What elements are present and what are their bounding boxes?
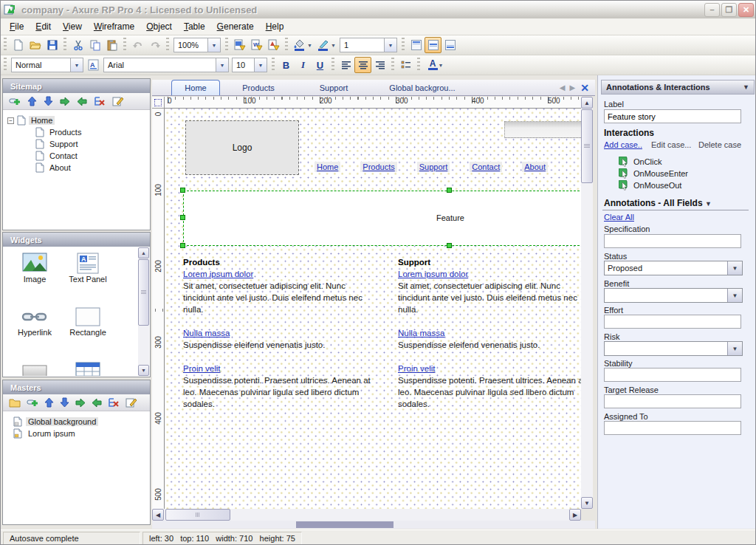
column-link[interactable]: Proin velit [183,364,221,373]
edit-page-icon[interactable] [112,96,123,106]
selection-handle[interactable] [447,243,452,248]
selection-handle[interactable] [180,215,185,220]
align-center-button[interactable] [354,57,371,73]
column-link[interactable]: Nulla massa [183,329,230,337]
add-master-icon[interactable] [27,397,38,408]
menu-edit[interactable]: Edit [30,19,57,34]
assigned-to-input[interactable] [604,421,741,435]
benefit-select[interactable]: ▼ [604,288,743,303]
menu-generate[interactable]: Generate [211,19,260,34]
scrollbar-thumb[interactable] [165,509,230,521]
scroll-right-icon[interactable]: ▶ [569,509,581,521]
status-select[interactable]: Proposed ▼ [604,261,743,275]
scroll-up-icon[interactable]: ▲ [581,97,593,109]
tab-close-icon[interactable]: ✕ [580,82,589,94]
menu-help[interactable]: Help [260,19,290,34]
column-link[interactable]: Lorem ipsum dolor [183,270,253,278]
edit-master-icon[interactable] [126,397,137,408]
selection-handle[interactable] [180,243,185,248]
sitemap-item-contact[interactable]: Contact [7,150,150,162]
sitemap-item-products[interactable]: Products [7,126,150,138]
chevron-down-icon[interactable]: ▼ [384,38,396,52]
add-page-icon[interactable] [9,96,21,106]
toolbar-grip[interactable] [225,38,228,52]
underline-button[interactable]: U [312,57,329,73]
chevron-down-icon[interactable]: ▼ [727,261,742,275]
toolbar-grip[interactable] [4,38,7,52]
valign-bottom-button[interactable] [441,37,458,53]
menu-wireframe[interactable]: Wireframe [88,19,140,34]
chevron-down-icon[interactable]: ▼ [207,38,220,52]
design-canvas[interactable]: Logo Home Products Support Contact About… [165,109,581,509]
generate-html-button[interactable] [231,37,248,53]
italic-button[interactable]: I [295,57,312,73]
tab-scroll-right-icon[interactable]: ▶ [570,83,576,92]
menu-view[interactable]: View [57,19,88,34]
bullet-list-button[interactable] [397,57,414,73]
indent-left-icon[interactable] [77,97,87,106]
open-button[interactable] [27,37,44,53]
stability-input[interactable] [604,368,741,382]
paste-button[interactable] [103,37,120,53]
cut-button[interactable] [69,37,86,53]
edit-case-link[interactable]: Edit case... [651,140,691,149]
effort-input[interactable] [604,315,741,329]
chevron-down-icon[interactable]: ▼ [727,289,742,302]
move-up-icon[interactable] [27,96,37,106]
scrollbar-thumb[interactable] [581,109,593,183]
scrollbar-thumb[interactable] [138,259,149,326]
redo-button[interactable] [146,37,163,53]
label-input[interactable] [604,109,741,123]
nav-link-products[interactable]: Products [360,162,396,172]
restore-button[interactable]: ❐ [721,3,737,17]
fill-color-button[interactable]: ▼ [291,37,315,53]
feature-box-selected[interactable]: Feature [183,191,581,246]
font-size-combobox[interactable]: 10 ▼ [232,58,267,72]
chevron-down-icon[interactable]: ▼ [331,43,336,48]
font-combobox[interactable]: Arial ▼ [103,58,229,72]
specification-input[interactable] [604,234,741,248]
toolbar-grip[interactable] [272,58,275,72]
widgets-scrollbar[interactable]: ▲ ▼ [138,247,149,376]
logo-placeholder[interactable]: Logo [185,120,299,175]
new-document-button[interactable] [10,37,27,53]
toolbar-grip[interactable] [417,58,420,72]
close-button[interactable]: ✕ [738,3,754,17]
align-right-button[interactable] [371,57,388,73]
chevron-down-icon[interactable]: ▼ [254,58,267,72]
widget-button-partial[interactable] [9,363,61,376]
selection-handle[interactable] [447,188,452,193]
sitemap-item-home[interactable]: − Home [7,114,150,126]
widget-hyperlink[interactable]: Hyperlink [9,306,61,337]
chevron-down-icon[interactable]: ▼ [705,200,712,208]
widget-table-partial[interactable] [62,361,114,376]
indent-right-icon[interactable] [60,97,70,106]
annotations-panel-header[interactable]: Annotations & Interactions ▼ [601,80,755,95]
bold-button[interactable]: B [278,57,295,73]
nav-link-home[interactable]: Home [315,162,340,172]
copy-button[interactable] [86,37,103,53]
master-item-global-background[interactable]: Global background [13,416,150,428]
move-up-icon[interactable] [44,397,54,408]
style-combobox[interactable]: Normal ▼ [11,58,83,72]
pane-scroll-track[interactable] [152,521,595,529]
line-color-button[interactable]: ▼ [315,37,338,53]
chevron-down-icon[interactable]: ▼ [727,342,742,355]
scroll-down-icon[interactable]: ▼ [138,365,149,376]
toolbar-grip[interactable] [123,38,126,52]
undo-button[interactable] [129,37,146,53]
scroll-left-icon[interactable]: ◀ [152,509,164,521]
column-link[interactable]: Lorem ipsum dolor [398,270,468,278]
event-onmouseenter[interactable]: OnMouseEnter [619,168,688,179]
canvas-horizontal-scrollbar[interactable]: ◀ ▶ [152,509,581,521]
nav-link-contact[interactable]: Contact [470,162,502,172]
column-link[interactable]: Proin velit [398,364,436,373]
minimize-button[interactable]: – [704,3,720,17]
chevron-down-icon[interactable]: ▼ [743,83,749,91]
align-left-button[interactable] [337,57,354,73]
products-column[interactable]: Products Lorem ipsum dolor Sit amet, con… [183,256,375,422]
menu-file[interactable]: File [4,19,30,34]
selection-handle[interactable] [180,188,185,193]
save-button[interactable] [44,37,61,53]
font-color-button[interactable]: A ▼ [423,57,448,73]
